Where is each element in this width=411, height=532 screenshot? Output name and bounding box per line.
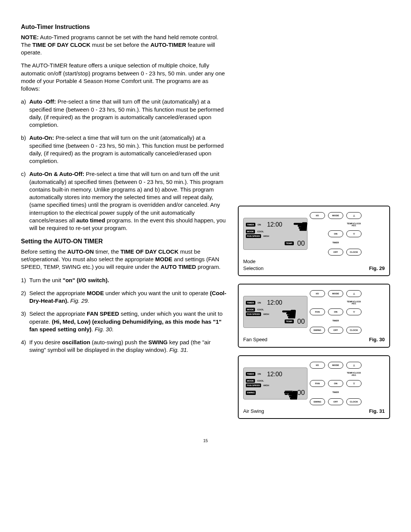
fan-button[interactable]: FAN [310, 308, 325, 315]
text: program. [196, 264, 220, 270]
text: AUTO-TIMER [150, 42, 186, 48]
swing-button[interactable]: SWING [310, 398, 325, 405]
marker: c) [21, 170, 29, 232]
lcd-label: FAN SPEED [246, 234, 261, 238]
text: Pre-select a time that will turn on and … [29, 171, 223, 224]
timer-label: TIMER [328, 242, 343, 244]
off-button[interactable]: OFF [328, 327, 343, 334]
up-button[interactable]: △ [346, 212, 362, 219]
fig-caption-left: Air Swing [243, 408, 264, 415]
clock-button[interactable]: CLOCK [346, 398, 362, 405]
intro-paragraph: The AUTO-TIMER feature offers a unique s… [21, 62, 226, 93]
text: . [91, 326, 94, 332]
clock-button[interactable]: CLOCK [346, 327, 362, 334]
adj-label: TEMP./CLOCK ADJ. [346, 301, 362, 305]
text: TIME OF DAY CLOCK [32, 42, 91, 48]
clock-button[interactable]: CLOCK [346, 249, 362, 256]
up-button[interactable]: △ [346, 290, 362, 297]
lcd-display: TIMERON12:00 MODECOOL FAN SPEEDHIGH TEMP… [243, 218, 307, 250]
lcd-label: MODE [246, 308, 255, 312]
lcd-display: TIMERON12:00 MODECOOL FAN SPEEDHIGH TEMP… [243, 296, 307, 328]
lcd-value: HIGH [262, 383, 270, 387]
list-item-b: b) Auto-On: Pre-select a time that will … [21, 134, 226, 165]
lcd-value: COOL [256, 379, 265, 383]
marker: 2) [21, 289, 29, 305]
fig-ref: Fig. 30. [95, 326, 114, 332]
timer-label: TIMER [328, 391, 343, 394]
text: "on" (I/O switch). [63, 277, 109, 283]
text: FAN SPEED [87, 310, 119, 317]
on-button[interactable]: ON [328, 308, 343, 315]
lcd-label: TEMP. [285, 241, 294, 245]
lcd-label: TIMER [246, 372, 255, 376]
text: TIME OF DAY CLOCK [121, 248, 179, 255]
fig-caption-left: Fan Speed [243, 336, 268, 343]
text: timer, the [94, 248, 120, 255]
text: AUTO TIMED [161, 264, 196, 270]
text: Before setting the [21, 248, 67, 255]
lcd-temp: 00 [297, 239, 305, 248]
marker: 3) [21, 310, 29, 333]
lcd-label: TIMER [246, 223, 255, 227]
lcd-value: ON [256, 301, 262, 305]
mode-button[interactable]: MODE [328, 362, 343, 369]
mode-button[interactable]: MODE [328, 290, 343, 297]
lcd-label: MODE [246, 230, 255, 233]
button-grid: I/O MODE △ TEMP./CLOCK ADJ. ON ▽ TIMER O… [310, 212, 362, 256]
on-button[interactable]: ON [328, 230, 343, 237]
on-button[interactable]: ON [328, 380, 343, 387]
text: Select the appropriate [29, 290, 87, 296]
mode-button[interactable]: MODE [328, 212, 343, 219]
adj-label: TEMP./CLOCK ADJ. [346, 223, 362, 227]
lcd-label: TEMP. [285, 391, 294, 395]
fig-ref: Fig. 29. [70, 297, 89, 304]
off-button[interactable]: OFF [328, 249, 343, 256]
swing-button[interactable]: SWING [310, 327, 325, 334]
down-button[interactable]: ▽ [346, 308, 362, 315]
lcd-value: ON [256, 372, 262, 376]
lcd-label: TEMP. [285, 320, 294, 323]
down-button[interactable]: ▽ [346, 380, 362, 387]
step-1: 1) Turn the unit "on" (I/O switch). [21, 276, 226, 284]
list-item-c: c) Auto-On & Auto-Off: Pre-select a time… [21, 170, 226, 232]
text: Pre-select a time that will turn on the … [29, 134, 224, 164]
fig-number: Fig. 31 [369, 408, 385, 415]
fig-number: Fig. 30 [369, 336, 385, 343]
fig-caption-left: Mode Selection [243, 258, 263, 272]
fan-button[interactable]: FAN [310, 380, 325, 387]
button-grid: I/O MODE △ TEMP./CLOCK ADJ. FAN ON ▽ TIM… [310, 361, 362, 406]
figure-31: TIMERON12:00 MODECOOL FAN SPEEDHIGH SWIN… [238, 355, 390, 419]
section-heading: Setting the AUTO-ON TIMER [21, 237, 226, 246]
step-3: 3) Select the appropriate FAN SPEED sett… [21, 310, 226, 333]
text: Turn the unit [29, 277, 63, 283]
io-button[interactable]: I/O [310, 362, 325, 369]
text: Pre-select a time that will turn off the… [29, 98, 224, 128]
section-heading: Auto-Timer Instructions [21, 23, 226, 31]
lcd-label: SWING [246, 391, 256, 395]
down-button[interactable]: ▽ [346, 230, 362, 237]
lcd-label: FAN SPEED [246, 383, 261, 387]
text: MODE [87, 290, 104, 296]
up-button[interactable]: △ [346, 362, 362, 369]
text: (auto-swing) push the [90, 339, 148, 345]
figure-29: TIMERON12:00 MODECOOL FAN SPEEDHIGH TEMP… [238, 206, 390, 276]
off-button[interactable]: OFF [328, 398, 343, 405]
marker: 4) [21, 339, 29, 354]
figure-30: TIMERON12:00 MODECOOL FAN SPEEDHIGH TEMP… [238, 284, 390, 348]
lcd-clock: 12:00 [267, 370, 282, 379]
lcd-label: TIMER [246, 301, 255, 305]
marker: a) [21, 98, 29, 129]
paragraph: Before setting the AUTO-ON timer, the TI… [21, 248, 226, 271]
fig-ref: Fig. 31. [169, 347, 188, 353]
adj-label: TEMP./CLOCK ADJ. [346, 372, 362, 376]
text: If you desire [29, 339, 62, 345]
io-button[interactable]: I/O [310, 290, 325, 297]
text: Auto-On: [29, 134, 54, 141]
lcd-value: COOL [256, 308, 265, 312]
lcd-label: MODE [246, 379, 255, 383]
step-2: 2) Select the appropriate MODE under whi… [21, 289, 226, 305]
text: oscillation [62, 339, 90, 345]
note-prefix: NOTE: [21, 34, 39, 40]
fig-number: Fig. 29 [369, 265, 385, 272]
io-button[interactable]: I/O [310, 212, 325, 219]
